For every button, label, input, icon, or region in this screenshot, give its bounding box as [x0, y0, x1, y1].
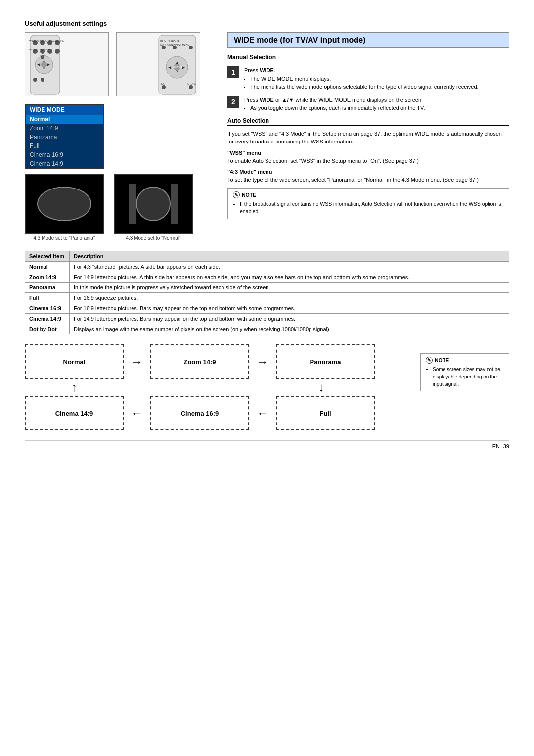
svg-text:ENTER: ENTER — [174, 66, 182, 69]
wss-menu-body: To enable Auto Selection, set "WSS" in t… — [227, 157, 509, 165]
auto-selection-body: If you set "WSS" and "4:3 Mode" in the S… — [227, 130, 509, 146]
note-box: ✎ NOTE If the broadcast signal contains … — [227, 188, 509, 220]
tv-shot-panorama: 4:3 Mode set to "Panorama" — [25, 174, 104, 241]
table-cell-desc-3: For 16:9 squeeze pictures. — [70, 293, 509, 303]
svg-text:WIDE AV MODE FREEZE OPC: WIDE AV MODE FREEZE OPC — [29, 39, 64, 42]
flow-box-zoom: Zoom 14:9 — [150, 344, 249, 379]
step-1-bullets: The WIDE MODE menu displays. The menu li… — [250, 75, 479, 91]
left-col: WIDE AV MODE FREEZE OPC MPX VOL CH DISPL… — [25, 32, 213, 241]
step-2-content: Press WIDE or ▲/▼ while the WIDE MODE me… — [244, 96, 425, 112]
flow-note-icon: ✎ — [426, 357, 433, 364]
remote-svg-2: INPUT 4 INPUT 5 SURROUND HDMI MENU ▲ ▼ ◀… — [117, 33, 200, 96]
remote-area: WIDE AV MODE FREEZE OPC MPX VOL CH DISPL… — [25, 32, 213, 96]
flow-box-normal: Normal — [25, 344, 124, 379]
menu-display: WIDE MODE Normal Zoom 14:9 Panorama Full… — [25, 104, 104, 169]
flow-row-2: Cinema 14:9 ← Cinema 16:9 ← Full — [25, 396, 410, 430]
description-table: Selected item Description NormalFor 4:3 … — [25, 251, 509, 334]
svg-text:MPX  VOL   CH  DISPLAY: MPX VOL CH DISPLAY — [29, 48, 50, 51]
note-icon: ✎ — [233, 191, 240, 198]
table-cell-item-6: Dot by Dot — [25, 324, 70, 334]
flow-note-box: ✎ NOTE Some screen sizes may not be disp… — [420, 353, 509, 391]
table-cell-item-5: Cinema 14:9 — [25, 314, 70, 324]
table-cell-desc-5: For 14:9 letterbox pictures. Bars may ap… — [70, 314, 509, 324]
table-row: Cinema 14:9For 14:9 letterbox pictures. … — [25, 314, 509, 324]
table-cell-item-3: Full — [25, 293, 70, 303]
mode43-body: To set the type of the wide screen, sele… — [227, 176, 509, 184]
wss-menu-title: "WSS" menu — [227, 150, 509, 156]
step-2: 2 Press WIDE or ▲/▼ while the WIDE MODE … — [227, 96, 509, 112]
menu-item-5: Cinema 14:9 — [26, 159, 103, 168]
flow-note-area: ✎ NOTE Some screen sizes may not be disp… — [420, 349, 509, 391]
flow-box-full: Full — [276, 396, 375, 430]
svg-text:▶: ▶ — [182, 65, 185, 70]
flow-up-arrow: ↑ — [25, 379, 124, 396]
flow-box-cinema169: Cinema 16:9 — [150, 396, 249, 430]
svg-text:◀: ◀ — [37, 62, 41, 67]
svg-point-24 — [162, 46, 166, 49]
table-header-item: Selected item — [25, 251, 70, 262]
table-row: NormalFor 4:3 "standard" pictures. A sid… — [25, 262, 509, 272]
svg-text:INPUT 4   INPUT 5: INPUT 4 INPUT 5 — [160, 39, 180, 42]
tv-box-panorama — [25, 174, 104, 234]
menu-item-2: Panorama — [26, 133, 103, 142]
table-cell-desc-1: For 14:9 letterbox pictures. A thin side… — [70, 272, 509, 283]
svg-text:SLEEP: SLEEP — [40, 54, 46, 57]
tv-screenshots: 4:3 Mode set to "Panorama" 4:3 Mode set … — [25, 174, 213, 241]
menu-item-3: Full — [26, 142, 103, 150]
flow-arrow-1: → — [124, 355, 150, 369]
tv-caption-normal: 4:3 Mode set to "Normal" — [114, 236, 193, 241]
table-cell-desc-0: For 4:3 "standard" pictures. A side bar … — [70, 262, 509, 272]
menu-item-1: Zoom 14:9 — [26, 124, 103, 133]
flow-note-title: ✎ NOTE — [426, 357, 504, 364]
section-title: Useful adjustment settings — [25, 20, 509, 27]
manual-selection-title: Manual Selection — [227, 54, 509, 62]
step-1-bullet-1: The menu lists the wide mode options sel… — [250, 83, 479, 91]
flow-arrow-3: ← — [124, 406, 150, 420]
table-row: PanoramaIn this mode the picture is prog… — [25, 283, 509, 293]
svg-point-20 — [41, 78, 44, 82]
flow-note-list: Some screen sizes may not be displayable… — [433, 366, 504, 388]
table-cell-item-2: Panorama — [25, 283, 70, 293]
top-two-col: WIDE AV MODE FREEZE OPC MPX VOL CH DISPL… — [25, 32, 509, 241]
note-item-0: If the broadcast signal contains no WSS … — [240, 200, 504, 216]
svg-text:EXIT: EXIT — [161, 82, 167, 85]
remote-image-1: WIDE AV MODE FREEZE OPC MPX VOL CH DISPL… — [25, 32, 109, 96]
svg-text:▶: ▶ — [47, 62, 50, 67]
table-cell-item-4: Cinema 16:9 — [25, 303, 70, 314]
svg-point-37 — [189, 85, 193, 89]
remote-svg-1: WIDE AV MODE FREEZE OPC MPX VOL CH DISPL… — [25, 33, 109, 96]
svg-point-19 — [33, 78, 37, 82]
flow-section: Normal → Zoom 14:9 → Panorama ↑ — [25, 344, 509, 430]
svg-point-36 — [162, 85, 166, 89]
menu-item-4: Cinema 16:9 — [26, 150, 103, 159]
tv-caption-panorama: 4:3 Mode set to "Panorama" — [25, 236, 104, 241]
flow-down-arrow: ↓ — [272, 379, 371, 396]
table-cell-item-1: Zoom 14:9 — [25, 272, 70, 283]
flow-box-panorama: Panorama — [276, 344, 375, 379]
flow-box-cinema149: Cinema 14:9 — [25, 396, 124, 430]
table-row: Dot by DotDisplays an image with the sam… — [25, 324, 509, 334]
table-row: FullFor 16:9 squeeze pictures. — [25, 293, 509, 303]
mode43-title: "4:3 Mode" menu — [227, 169, 509, 175]
svg-text:◀: ◀ — [168, 65, 172, 70]
wide-mode-title: WIDE mode (for TV/AV input mode) — [227, 32, 509, 48]
flow-diagram-wrap: Normal → Zoom 14:9 → Panorama ↑ — [25, 344, 410, 430]
step-2-num: 2 — [227, 96, 239, 108]
svg-point-26 — [189, 46, 193, 49]
remote-image-2: INPUT 4 INPUT 5 SURROUND HDMI MENU ▲ ▼ ◀… — [116, 32, 200, 96]
menu-header: WIDE MODE — [26, 105, 103, 115]
step-2-bullet-0: As you toggle down the options, each is … — [250, 104, 425, 112]
table-cell-desc-2: In this mode the picture is progressivel… — [70, 283, 509, 293]
step-1-bullet-0: The WIDE MODE menu displays. — [250, 75, 479, 83]
tv-shot-normal: 4:3 Mode set to "Normal" — [114, 174, 193, 241]
flow-arrow-2: → — [249, 355, 276, 369]
table-row: Zoom 14:9For 14:9 letterbox pictures. A … — [25, 272, 509, 283]
svg-point-9 — [55, 49, 60, 54]
svg-point-25 — [173, 46, 177, 49]
note-title: ✎ NOTE — [233, 191, 504, 198]
menu-item-0: Normal — [26, 115, 103, 124]
step-1: 1 Press WIDE. The WIDE MODE menu display… — [227, 66, 509, 91]
page-content: Useful adjustment settings WIDE AV — [25, 20, 509, 449]
table-cell-item-0: Normal — [25, 262, 70, 272]
auto-selection-title: Auto Selection — [227, 117, 509, 126]
